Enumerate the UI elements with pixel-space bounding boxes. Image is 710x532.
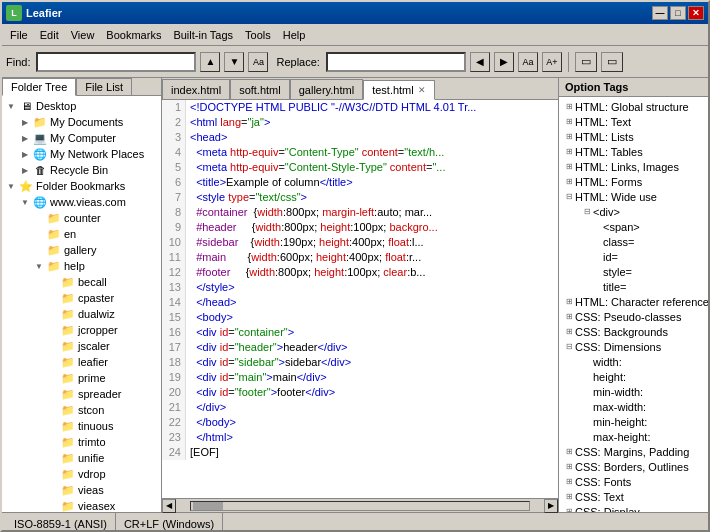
minimize-button[interactable]: — [652, 6, 668, 20]
tree-item[interactable]: 📁 vieas [4, 482, 159, 498]
opt-item-pseudo[interactable]: ⊞ CSS: Pseudo-classes [561, 309, 706, 324]
tree-item[interactable]: ▼ 🌐 www.vieas.com [4, 194, 159, 210]
opt-item-display[interactable]: ⊞ CSS: Display [561, 504, 706, 512]
opt-item-tables[interactable]: ⊞ HTML: Tables [561, 144, 706, 159]
title-bar-left: L Leafier [6, 5, 62, 21]
tree-item[interactable]: 📁 cpaster [4, 290, 159, 306]
opt-item-min-width[interactable]: min-width: [561, 384, 706, 399]
opt-label: CSS: Margins, Padding [575, 446, 689, 458]
tree-item[interactable]: ▼ 📁 help [4, 258, 159, 274]
tab-close-button[interactable]: ✕ [418, 85, 426, 95]
scrollbar-thumb[interactable] [193, 502, 223, 510]
tree-item[interactable]: 📁 vieasex [4, 498, 159, 512]
app-window: L Leafier — □ ✕ FileEditViewBookmarksBui… [0, 0, 710, 532]
opt-expand-icon: ⊟ [563, 341, 575, 353]
code-area[interactable]: 1<!DOCTYPE HTML PUBLIC "-//W3C//DTD HTML… [162, 100, 558, 498]
find-case-button[interactable]: Aa [248, 52, 268, 72]
opt-item-fonts[interactable]: ⊞ CSS: Fonts [561, 474, 706, 489]
tree-item[interactable]: ▶ 📁 My Documents [4, 114, 159, 130]
tree-item[interactable]: 📁 tinuous [4, 418, 159, 434]
menu-item-help[interactable]: Help [277, 24, 312, 45]
code-line: 24[EOF] [162, 445, 558, 460]
tree-expand-icon [46, 451, 60, 465]
opt-item-height[interactable]: height: [561, 369, 706, 384]
replace-input[interactable] [326, 52, 466, 72]
menu-item-tools[interactable]: Tools [239, 24, 277, 45]
scroll-right-button[interactable]: ▶ [544, 499, 558, 513]
opt-item-links[interactable]: ⊞ HTML: Links, Images [561, 159, 706, 174]
opt-item-backgrounds[interactable]: ⊞ CSS: Backgrounds [561, 324, 706, 339]
opt-item-global-structure[interactable]: ⊞ HTML: Global structure [561, 99, 706, 114]
code-line: 22 </body> [162, 415, 558, 430]
opt-item-min-height[interactable]: min-height: [561, 414, 706, 429]
tree-item[interactable]: 📁 prime [4, 370, 159, 386]
opt-item-margins[interactable]: ⊞ CSS: Margins, Padding [561, 444, 706, 459]
opt-item-forms[interactable]: ⊞ HTML: Forms [561, 174, 706, 189]
code-line: 14 </head> [162, 295, 558, 310]
tree-item[interactable]: ▶ 💻 My Computer [4, 130, 159, 146]
square-btn-1[interactable]: ▭ [575, 52, 597, 72]
menu-item-built-in-tags[interactable]: Built-in Tags [167, 24, 239, 45]
tree-item[interactable]: ▼ 🖥 Desktop [4, 98, 159, 114]
tree-item[interactable]: 📁 gallery [4, 242, 159, 258]
replace-down-button[interactable]: ▶ [494, 52, 514, 72]
horizontal-scrollbar[interactable]: ◀ ▶ [162, 498, 558, 512]
opt-item-dimensions[interactable]: ⊟ CSS: Dimensions [561, 339, 706, 354]
tree-item[interactable]: ▶ 🌐 My Network Places [4, 146, 159, 162]
opt-item-width[interactable]: width: [561, 354, 706, 369]
menu-item-view[interactable]: View [65, 24, 101, 45]
opt-item-title[interactable]: title= [561, 279, 706, 294]
tree-item[interactable]: 📁 jscaler [4, 338, 159, 354]
opt-item-lists[interactable]: ⊞ HTML: Lists [561, 129, 706, 144]
opt-item-max-height[interactable]: max-height: [561, 429, 706, 444]
find-input[interactable] [36, 52, 196, 72]
tree-item[interactable]: ▼ ⭐ Folder Bookmarks [4, 178, 159, 194]
tree-item[interactable]: 📁 en [4, 226, 159, 242]
tab-soft-html[interactable]: soft.html [230, 79, 290, 99]
tab-test-html[interactable]: test.html ✕ [363, 80, 435, 100]
scrollbar-track[interactable] [190, 501, 530, 511]
opt-item-style[interactable]: style= [561, 264, 706, 279]
square-btn-2[interactable]: ▭ [601, 52, 623, 72]
tab-label: soft.html [239, 84, 281, 96]
tree-item[interactable]: 📁 becall [4, 274, 159, 290]
opt-item-id[interactable]: id= [561, 249, 706, 264]
opt-item-class[interactable]: class= [561, 234, 706, 249]
folder-tree-tab[interactable]: Folder Tree [2, 78, 76, 96]
tree-item[interactable]: 📁 stcon [4, 402, 159, 418]
opt-label: CSS: Dimensions [575, 341, 661, 353]
tree-item[interactable]: 📁 dualwiz [4, 306, 159, 322]
menu-item-bookmarks[interactable]: Bookmarks [100, 24, 167, 45]
tab-index-html[interactable]: index.html [162, 79, 230, 99]
replace-all-button[interactable]: A+ [542, 52, 562, 72]
replace-up-button[interactable]: ◀ [470, 52, 490, 72]
maximize-button[interactable]: □ [670, 6, 686, 20]
menu-item-file[interactable]: File [4, 24, 34, 45]
opt-item-char-ref[interactable]: ⊞ HTML: Character references [561, 294, 706, 309]
tree-item[interactable]: 📁 leafier [4, 354, 159, 370]
replace-case-button[interactable]: Aa [518, 52, 538, 72]
file-list-tab[interactable]: File List [76, 78, 132, 95]
close-button[interactable]: ✕ [688, 6, 704, 20]
tree-item[interactable]: 📁 jcropper [4, 322, 159, 338]
tree-item[interactable]: ▶ 🗑 Recycle Bin [4, 162, 159, 178]
opt-item-borders[interactable]: ⊞ CSS: Borders, Outlines [561, 459, 706, 474]
find-up-button[interactable]: ▲ [200, 52, 220, 72]
menu-item-edit[interactable]: Edit [34, 24, 65, 45]
opt-item-max-width[interactable]: max-width: [561, 399, 706, 414]
tree-item[interactable]: 📁 counter [4, 210, 159, 226]
tree-item[interactable]: 📁 unifie [4, 450, 159, 466]
opt-item-wide-use[interactable]: ⊟ HTML: Wide use [561, 189, 706, 204]
tree-item[interactable]: 📁 spreader [4, 386, 159, 402]
scroll-left-button[interactable]: ◀ [162, 499, 176, 513]
code-line: 15 <body> [162, 310, 558, 325]
opt-item-text-css[interactable]: ⊞ CSS: Text [561, 489, 706, 504]
opt-item-span[interactable]: <span> [561, 219, 706, 234]
find-down-button[interactable]: ▼ [224, 52, 244, 72]
opt-expand-icon [591, 236, 603, 248]
tab-gallery-html[interactable]: gallery.html [290, 79, 363, 99]
opt-item-div[interactable]: ⊟ <div> [561, 204, 706, 219]
opt-item-text[interactable]: ⊞ HTML: Text [561, 114, 706, 129]
tree-item[interactable]: 📁 vdrop [4, 466, 159, 482]
tree-item[interactable]: 📁 trimto [4, 434, 159, 450]
